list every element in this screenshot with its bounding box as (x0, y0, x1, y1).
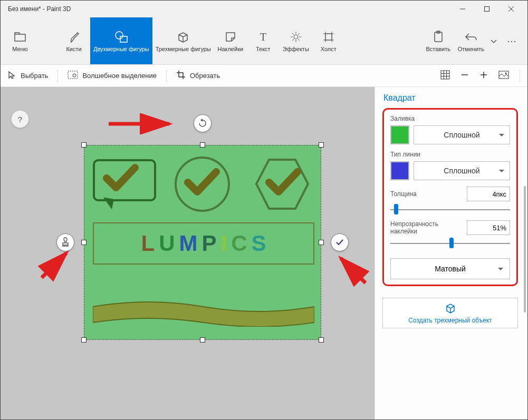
resize-handle[interactable] (200, 337, 205, 343)
effects-label: Эффекты (283, 46, 309, 53)
2d-shapes-tab[interactable]: Двухмерные фигуры (90, 17, 152, 64)
window-controls (450, 1, 523, 17)
line-section: Тип линии Сплошной (390, 151, 510, 180)
toolbar: Выбрать Волшебное выделение Обрезать (1, 65, 527, 87)
select-tool[interactable]: Выбрать (8, 71, 48, 81)
svg-rect-1 (485, 7, 489, 12)
3d-shapes-tab[interactable]: Трехмерные фигуры (152, 17, 214, 64)
more-button[interactable]: ⋯ (500, 17, 524, 64)
thickness-slider[interactable] (390, 204, 510, 214)
wave-shape (93, 300, 314, 327)
stamp-icon (60, 237, 71, 248)
fill-mode-dropdown[interactable]: Сплошной (414, 125, 510, 144)
opacity-input[interactable] (467, 220, 510, 235)
svg-line-15 (298, 33, 300, 35)
canvas-viewport[interactable]: ? LUMPICS (1, 87, 375, 419)
annotation-highlight: Заливка Сплошной Тип линии Сплошной (382, 108, 518, 286)
stamp-button[interactable] (56, 233, 74, 251)
cube-icon (445, 302, 456, 316)
make-3d-button[interactable]: Создать трехмерный объект (382, 298, 518, 328)
text-label: Текст (256, 46, 271, 53)
properties-panel: Квадрат Заливка Сплошной Тип линии Сплош… (375, 87, 527, 419)
svg-rect-4 (15, 34, 25, 41)
help-button[interactable]: ? (11, 110, 29, 128)
thickness-label: Толщина (390, 190, 463, 198)
svg-rect-16 (325, 34, 332, 40)
thickness-section: Толщина (390, 187, 510, 214)
text-tab[interactable]: T Текст (247, 17, 280, 64)
view-3d-toggle[interactable] (498, 71, 509, 81)
text-letter: S (252, 231, 266, 256)
resize-handle[interactable] (319, 142, 324, 148)
brush-icon (68, 30, 80, 44)
annotation-arrow (333, 250, 370, 287)
minimize-button[interactable] (450, 1, 475, 17)
magic-select-tool[interactable]: Волшебное выделение (68, 71, 157, 81)
text-letter: C (231, 231, 247, 256)
paste-button[interactable]: Вставить (422, 17, 455, 64)
resize-handle[interactable] (81, 337, 87, 343)
svg-rect-6 (120, 36, 127, 42)
canvas-icon (322, 30, 335, 44)
canvas-label: Холст (321, 46, 337, 53)
square-shape[interactable]: LUMPICS (84, 145, 321, 340)
effects-icon (290, 30, 302, 44)
crop-tool[interactable]: Обрезать (176, 70, 220, 81)
checkmark-icon (184, 168, 220, 199)
canvas-tab[interactable]: Холст (312, 17, 345, 64)
app-window: Без имени* - Paint 3D Меню Кисти Двухмер… (0, 0, 528, 420)
resize-handle[interactable] (319, 337, 324, 343)
fill-color-swatch[interactable] (390, 125, 409, 144)
svg-point-7 (294, 35, 298, 39)
undo-label: Отменить (458, 46, 484, 53)
close-button[interactable] (499, 1, 523, 17)
svg-line-12 (292, 33, 294, 35)
undo-button[interactable]: Отменить (455, 17, 487, 64)
slider-thumb[interactable] (394, 204, 398, 214)
maximize-button[interactable] (475, 1, 499, 17)
svg-line-41 (42, 253, 66, 278)
thickness-input[interactable] (467, 187, 510, 201)
resize-handle[interactable] (81, 240, 87, 245)
window-title: Без имени* - Paint 3D (8, 5, 450, 13)
commit-button[interactable] (331, 233, 349, 251)
text-letter: L (141, 231, 155, 256)
stickers-tab[interactable]: Наклейки (214, 17, 247, 64)
scrollbar[interactable] (524, 186, 526, 312)
chevron-down-icon (491, 35, 497, 48)
divider (57, 70, 58, 82)
zoom-in-button[interactable] (479, 71, 488, 81)
checkmark-icon (265, 168, 302, 199)
rotate-button[interactable] (194, 114, 212, 132)
material-dropdown[interactable]: Матовый (390, 258, 510, 279)
brushes-tab[interactable]: Кисти (57, 17, 90, 64)
selected-shape[interactable]: LUMPICS (84, 145, 321, 340)
opacity-slider[interactable] (390, 238, 510, 248)
resize-handle[interactable] (81, 142, 87, 148)
fill-label: Заливка (390, 115, 510, 122)
slider-thumb[interactable] (449, 238, 454, 248)
text-letter: I (220, 231, 227, 256)
text-letter: M (179, 231, 197, 256)
cursor-icon (8, 71, 16, 81)
resize-handle[interactable] (200, 142, 205, 148)
magic-select-icon (68, 71, 78, 81)
text-icon: T (260, 30, 266, 44)
menu-button[interactable]: Меню (4, 17, 36, 64)
svg-point-5 (116, 32, 123, 39)
ribbon: Меню Кисти Двухмерные фигуры Трехмерные … (1, 17, 527, 65)
text-box: LUMPICS (93, 222, 314, 265)
line-mode-dropdown[interactable]: Сплошной (414, 161, 510, 180)
grid-toggle[interactable] (440, 70, 450, 81)
history-dropdown[interactable] (487, 17, 500, 64)
resize-handle[interactable] (319, 240, 324, 245)
effects-tab[interactable]: Эффекты (280, 17, 312, 64)
slider-track (390, 209, 510, 210)
opacity-label: Непрозрачность наклейки (390, 220, 463, 235)
line-color-swatch[interactable] (390, 161, 409, 180)
svg-point-38 (505, 73, 507, 74)
zoom-out-button[interactable] (460, 71, 469, 81)
opacity-section: Непрозрачность наклейки (390, 220, 510, 248)
titlebar: Без имени* - Paint 3D (1, 1, 527, 17)
shapes-3d-icon (177, 30, 189, 44)
